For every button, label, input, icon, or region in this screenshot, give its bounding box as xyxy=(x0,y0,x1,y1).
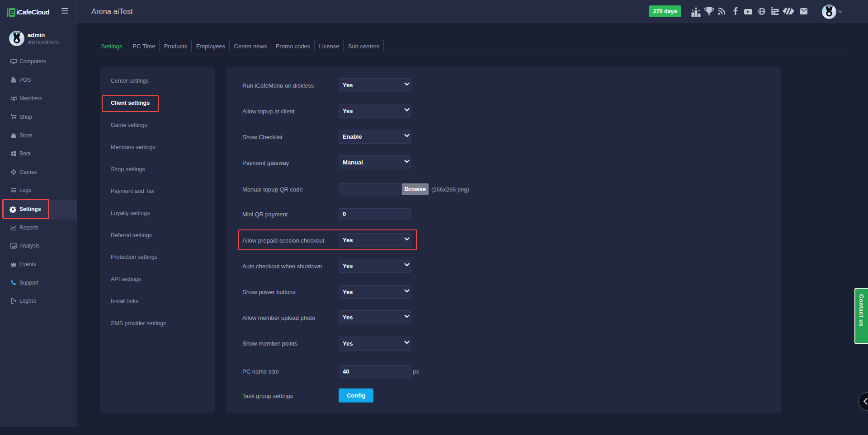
svg-text:PLATINUM: PLATINUM xyxy=(13,32,21,33)
svg-text:PLATINUM: PLATINUM xyxy=(825,5,833,7)
